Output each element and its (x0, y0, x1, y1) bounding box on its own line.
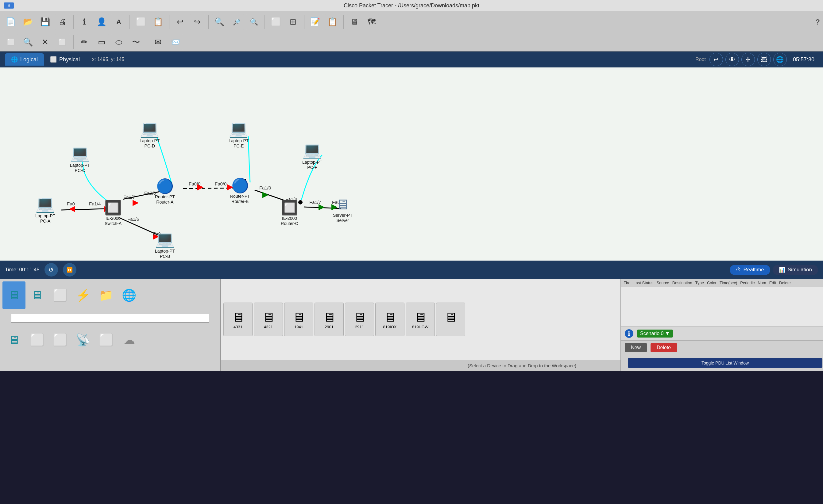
node-switch-c[interactable]: 🔲 IE-2000Router-C (281, 199, 298, 226)
catalog-2911[interactable]: 🖥 2911 (345, 303, 374, 336)
node-switch-a[interactable]: 🔲 IE-2000Switch-A (104, 199, 122, 226)
print-icon[interactable]: 🖨 (55, 14, 70, 30)
fast-forward-btn[interactable]: ⏩ (63, 263, 76, 276)
catalog-1941[interactable]: 🖥 1941 (284, 303, 313, 336)
delete-pdu-btn[interactable]: Delete (651, 343, 677, 352)
logical-mode-btn[interactable]: 🌐 Logical (5, 53, 44, 66)
rect-tool-icon[interactable]: ▭ (94, 34, 109, 50)
notes-icon[interactable]: 📝 (308, 14, 323, 30)
switch-c-icon: 🔲 (281, 199, 298, 216)
device-manager-icon[interactable]: 🖥 (347, 14, 362, 30)
move-icon[interactable]: ✛ (742, 53, 755, 66)
tb2-sep-2 (147, 35, 147, 49)
node-pc-b[interactable]: 💻 Laptop-PTPC-B (155, 230, 175, 259)
multilayer-cat-btn[interactable]: ⬜ (48, 281, 71, 309)
root-label: Root (695, 57, 706, 62)
switches-cat-btn[interactable]: 🖥 (25, 281, 48, 309)
node-pc-d[interactable]: 💻 Laptop-PTPC-D (140, 119, 160, 149)
save-icon[interactable]: 💾 (37, 14, 53, 30)
pencil-tool-icon[interactable]: ✏ (77, 34, 92, 50)
server2-cat-btn[interactable]: ⬜ (48, 326, 71, 354)
routers-cat-btn[interactable]: 🖥 (2, 281, 25, 309)
device-search-input[interactable] (11, 314, 209, 322)
node-pc-c[interactable]: 💻 Laptop-PTPC-C (70, 144, 90, 173)
enddevices-cat-btn[interactable]: 📁 (95, 281, 118, 309)
help-icon[interactable]: ? (815, 18, 820, 26)
open-icon[interactable]: 📂 (20, 14, 36, 30)
scenario-select[interactable]: Scenario 0 ▼ (637, 329, 673, 337)
svg-text:Fa1/6: Fa1/6 (127, 216, 139, 222)
svg-point-31 (298, 200, 303, 205)
email-tool-icon[interactable]: ✉ (150, 34, 166, 50)
node-router-b[interactable]: 🔵 Router-PTRouter-B (230, 177, 250, 204)
window-button[interactable]: 🖥 (4, 2, 14, 9)
select-tool-icon[interactable]: ⬜ (3, 34, 18, 50)
zoom-out-icon[interactable]: 🔍 (246, 14, 262, 30)
catalog-more-label: ... (449, 325, 452, 329)
toolbar-sep-4 (208, 15, 209, 29)
catalog-2901[interactable]: 🖥 2901 (315, 303, 344, 336)
zoom-custom-icon[interactable]: 🔎 (229, 14, 244, 30)
freehand-tool-icon[interactable]: 〜 (128, 34, 144, 50)
node-pc-e-label: Laptop-PTPC-E (228, 138, 249, 149)
toolbar-sep-7 (343, 15, 344, 29)
node-pc-d-label: Laptop-PTPC-D (140, 138, 160, 149)
physical-mode-label: Physical (59, 56, 80, 63)
fit-icon[interactable]: ⬜ (268, 14, 284, 30)
globe-icon[interactable]: 🌐 (773, 53, 787, 66)
ellipse-tool-icon[interactable]: ⬭ (111, 34, 127, 50)
2911-icon: 🖥 (353, 310, 366, 325)
catalog-819iox[interactable]: 🖥 819IOX (375, 303, 404, 336)
node-pc-a[interactable]: 💻 Laptop-PTPC-A (35, 195, 55, 224)
catalog-more[interactable]: 🖥 ... (436, 303, 465, 336)
resize-tool-icon[interactable]: ⬜ (55, 34, 70, 50)
info-icon[interactable]: ℹ (77, 14, 92, 30)
catalog-2901-label: 2901 (325, 325, 334, 329)
pdu-col-type: Type (695, 280, 704, 285)
custom-cat-btn[interactable]: ☁ (118, 326, 141, 354)
security-cat-btn[interactable]: ⬜ (95, 326, 118, 354)
reset-time-btn[interactable]: ↺ (44, 263, 58, 276)
catalog-4331[interactable]: 🖥 4331 (223, 303, 253, 336)
search-tool-icon[interactable]: 🔍 (20, 34, 36, 50)
node-router-a[interactable]: 🔵 Router-PTRouter-A (155, 178, 175, 205)
node-server[interactable]: 🖥 Server-PTServer (333, 196, 353, 223)
catalog-4321[interactable]: 🖥 4321 (254, 303, 283, 336)
delete-tool-icon[interactable]: ✕ (37, 34, 53, 50)
node-pc-f[interactable]: 💻 Laptop-PTPC-F (302, 141, 322, 170)
physical-mode-btn[interactable]: ⬜ Physical (44, 53, 86, 66)
catalog-819hgw[interactable]: 🖥 819HGW (406, 303, 435, 336)
pdu-col-status: Last Status (633, 280, 653, 285)
scenario-dropdown-icon: ▼ (665, 331, 670, 336)
pdu-col-fire: Fire (624, 280, 630, 285)
realtime-mode-btn[interactable]: ⏱ Realtime (730, 265, 770, 275)
network-cat-btn[interactable]: ⚡ (71, 281, 95, 309)
viewport-icon[interactable]: 👁 (725, 53, 739, 66)
node-pc-f-label: Laptop-PTPC-F (302, 160, 322, 170)
zoom-in-icon[interactable]: 🔍 (212, 14, 227, 30)
label-icon[interactable]: 📋 (325, 14, 340, 30)
redo-icon[interactable]: ↪ (190, 14, 205, 30)
paste-icon[interactable]: 📋 (150, 14, 166, 30)
node-pc-e[interactable]: 💻 Laptop-PTPC-E (228, 119, 249, 149)
undo-icon[interactable]: ↩ (172, 14, 188, 30)
activity-icon[interactable]: 👤 (94, 14, 109, 30)
image-icon[interactable]: 🖼 (757, 53, 771, 66)
open-email-tool-icon[interactable]: 📨 (168, 34, 183, 50)
cloud-cat-btn[interactable]: ⬜ (25, 326, 48, 354)
back-nav-icon[interactable]: ↩ (709, 53, 723, 66)
topology-icon[interactable]: ⊞ (285, 14, 301, 30)
new-icon[interactable]: 📄 (3, 14, 18, 30)
font-icon[interactable]: A (111, 14, 127, 30)
wireless-cat-btn[interactable]: 🌐 (118, 281, 141, 309)
network-canvas[interactable]: Fa0 Fa1/4 Fa1/7 Fa0/0 Fa1/6 Fa0 Fa0/0 Fa… (0, 67, 823, 261)
new-pdu-btn[interactable]: New (625, 343, 647, 352)
simulation-mode-btn[interactable]: 📊 Simulation (773, 265, 818, 275)
map-icon[interactable]: 🗺 (364, 14, 379, 30)
toggle-pdu-window-btn[interactable]: Toggle PDU List Window (628, 358, 822, 368)
connections-cat-btn[interactable]: 🖥 (2, 326, 25, 354)
node-switch-a-label: IE-2000Switch-A (105, 216, 122, 226)
copy-icon[interactable]: ⬜ (133, 14, 149, 30)
wireless2-cat-btn[interactable]: 📡 (71, 326, 95, 354)
svg-text:Fa1/7: Fa1/7 (123, 194, 135, 200)
